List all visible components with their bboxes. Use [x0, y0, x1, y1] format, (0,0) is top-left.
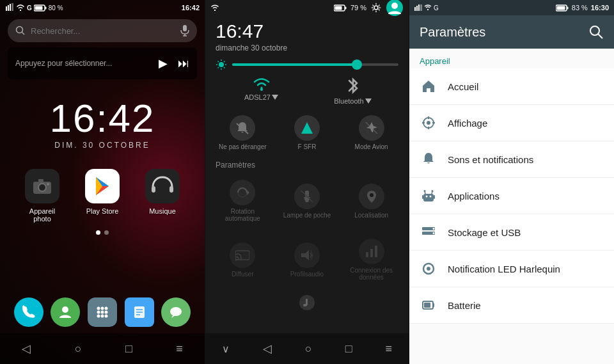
battery-icon-p3: [556, 4, 569, 12]
media-widget[interactable]: Appuyez pour sélectionner... ▶ ⏭: [8, 47, 197, 79]
dock-chat[interactable]: [161, 297, 191, 327]
status-bar-p3: G 83 % 16:30: [409, 0, 614, 15]
settings-panel: G 83 % 16:30 Paramètres Appareil Accueil…: [409, 0, 614, 364]
display-svg: [421, 116, 436, 130]
user-avatar-p2[interactable]: [386, 0, 404, 17]
settings-item-affichage[interactable]: Affichage: [409, 105, 614, 141]
home-button-p1[interactable]: ○: [75, 342, 82, 356]
settings-item-stockage[interactable]: Stockage et USB: [409, 214, 614, 251]
settings-item-led[interactable]: Notification LED Harlequin: [409, 251, 614, 287]
search-icon-p3[interactable]: [588, 24, 604, 40]
bluetooth-network-icon: [347, 77, 359, 95]
brightness-bar[interactable]: [232, 63, 398, 66]
params-label: Paramètres: [205, 158, 409, 172]
app-icon-playstore[interactable]: Play Store: [80, 169, 125, 223]
menu-button-p1[interactable]: ≡: [176, 342, 183, 356]
location-label: Localisation: [354, 212, 388, 219]
wifi-label: ADSL27: [244, 93, 278, 101]
audio-label: Profilsaudio: [290, 271, 324, 278]
nav-bar-p2: ∨ ◁ ○ □ ≡: [205, 333, 409, 364]
bluetooth-large-icon: [347, 77, 359, 95]
qs-tile-cast[interactable]: Diffuser: [210, 233, 275, 286]
svg-point-30: [97, 315, 100, 318]
search-icon-p1: [15, 26, 26, 36]
back-button-p2[interactable]: ◁: [263, 342, 272, 356]
audio-icon-wrapper: [294, 242, 320, 268]
qs-tile-airplane[interactable]: Mode Avion: [339, 110, 404, 155]
recents-button-p2[interactable]: □: [345, 342, 352, 356]
wifi-large-icon: [253, 77, 271, 91]
svg-marker-83: [423, 81, 434, 92]
svg-point-64: [370, 193, 374, 197]
svg-rect-76: [418, 4, 420, 11]
dock: [0, 292, 205, 332]
qs-tile-data[interactable]: Connexion des données: [339, 233, 404, 286]
back-button-p1[interactable]: ◁: [22, 342, 31, 356]
svg-marker-56: [365, 99, 372, 104]
recents-button-p1[interactable]: □: [125, 342, 132, 356]
battery-pct-p3: 83 %: [572, 4, 588, 12]
settings-item-accueil[interactable]: Accueil: [409, 68, 614, 105]
next-button[interactable]: ⏭: [178, 57, 189, 70]
qs-grid-2: Rotation automatique Lampe de poche Loca…: [205, 172, 409, 230]
settings-icon-p2[interactable]: [370, 2, 382, 13]
wifi-icon-p3: [424, 4, 432, 11]
data-icon-wrapper: [359, 239, 384, 264]
svg-rect-65: [235, 251, 249, 260]
dock-phone[interactable]: [14, 297, 43, 327]
svg-point-94: [432, 190, 434, 192]
settings-item-sons[interactable]: Sons et notifications: [409, 141, 614, 178]
dock-notes[interactable]: [125, 297, 154, 327]
qs-grid-3: Diffuser Profilsaudio Connexion des donn…: [205, 231, 409, 289]
home-svg: [421, 79, 436, 93]
data-label: Connexion des données: [342, 267, 401, 281]
search-input-p1[interactable]: [31, 26, 175, 36]
bluetooth-network-item[interactable]: Bluetooth: [307, 77, 398, 105]
svg-point-25: [100, 307, 104, 310]
settings-item-applications[interactable]: Applications: [409, 178, 614, 214]
qs-tile-torch[interactable]: Lampe de poche: [275, 175, 340, 227]
svg-marker-67: [301, 250, 309, 260]
svg-marker-62: [304, 197, 310, 202]
qs-tile-audio[interactable]: Profilsaudio: [275, 233, 340, 286]
dock-contacts[interactable]: [51, 297, 80, 327]
svg-point-45: [219, 62, 224, 67]
qs-tile-sfr[interactable]: F SFR: [275, 110, 340, 155]
brightness-row[interactable]: [205, 55, 409, 74]
app-icon-music[interactable]: Musique: [140, 169, 185, 223]
settings-title: Paramètres: [420, 25, 485, 40]
time-p3: 16:30: [591, 4, 609, 12]
menu-button-p2[interactable]: ≡: [385, 342, 392, 356]
svg-rect-79: [567, 6, 568, 9]
settings-toolbar: Paramètres: [409, 15, 614, 49]
dot-2: [104, 230, 109, 235]
brightness-icon: [216, 59, 227, 70]
battery-pct-p2: 79 %: [350, 4, 366, 12]
qs-time: 16:47: [216, 20, 287, 42]
status-bar-left: G 80 %: [5, 3, 63, 12]
dock-apps[interactable]: [88, 297, 117, 327]
network-type-p1: G: [27, 4, 32, 12]
search-bar[interactable]: [8, 19, 197, 42]
svg-point-28: [100, 311, 104, 314]
home-button-p2[interactable]: ○: [305, 342, 312, 356]
torch-icon: [300, 189, 314, 203]
app-icon-camera[interactable]: Appareil photo: [20, 169, 65, 223]
quick-settings-panel: 79 % 16:47 dimanche 30 octobre ADSL27: [205, 0, 409, 364]
svg-rect-104: [433, 303, 434, 307]
svg-rect-70: [375, 246, 377, 257]
qs-tile-location[interactable]: Localisation: [339, 175, 404, 227]
play-button[interactable]: ▶: [159, 56, 168, 70]
expand-button-p2[interactable]: ∨: [222, 343, 230, 355]
qs-tile-rotation[interactable]: Rotation automatique: [210, 175, 275, 227]
status-right-p3: 83 % 16:30: [556, 4, 609, 12]
wifi-network-item[interactable]: ADSL27: [216, 77, 307, 105]
settings-item-batterie[interactable]: Batterie: [409, 287, 614, 324]
qs-header: 16:47 dimanche 30 octobre: [205, 15, 409, 55]
svg-rect-40: [345, 6, 346, 9]
torch-icon-wrapper: [294, 184, 320, 209]
media-text: Appuyez pour sélectionner...: [15, 59, 151, 68]
svg-point-14: [40, 185, 45, 190]
qs-tile-dnd[interactable]: Ne pas déranger: [210, 110, 275, 155]
svg-point-29: [104, 311, 107, 314]
